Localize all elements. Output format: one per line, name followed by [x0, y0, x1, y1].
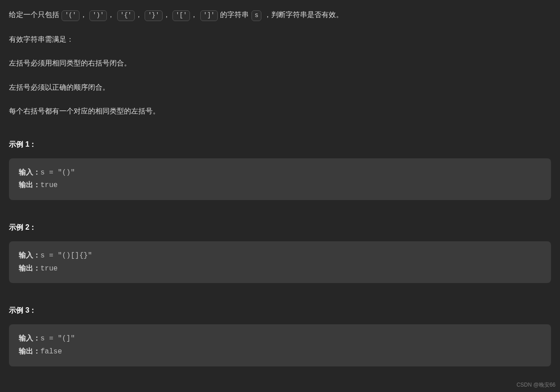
code-char-1: ')': [89, 10, 107, 21]
example-1-output-line: 输出：true: [19, 179, 541, 192]
example-2-output-line: 输出：true: [19, 262, 541, 275]
example-2-input: s = "()[]{}": [40, 252, 92, 260]
example-2-block: 输入：s = "()[]{}" 输出：true: [9, 241, 551, 283]
rule-1: 左括号必须用相同类型的右括号闭合。: [9, 57, 551, 69]
example-3: 示例 3： 输入：s = "(]" 输出：false: [9, 305, 551, 366]
rule-3: 每个右括号都有一个对应的相同类型的左括号。: [9, 105, 551, 117]
watermark: CSDN @晚安66: [516, 381, 556, 389]
sep: ，: [107, 11, 115, 18]
valid-intro: 有效字符串需满足：: [9, 34, 551, 45]
intro-mid: 的字符串: [220, 11, 251, 18]
example-2-input-line: 输入：s = "()[]{}": [19, 249, 541, 262]
example-3-title: 示例 3：: [9, 305, 551, 316]
intro-line: 给定一个只包括 '('， ')'， '{'， '}'， '['， ']' 的字符…: [9, 9, 551, 21]
example-1-input-line: 输入：s = "()": [19, 166, 541, 179]
code-char-5: ']': [200, 10, 218, 21]
code-char-0: '(': [62, 10, 79, 21]
example-1-input: s = "()": [40, 169, 75, 177]
output-label: 输出：: [19, 181, 40, 189]
example-2-title: 示例 2：: [9, 222, 551, 233]
example-3-output: false: [40, 348, 62, 356]
input-label: 输入：: [19, 169, 40, 177]
example-1: 示例 1： 输入：s = "()" 输出：true: [9, 139, 551, 200]
example-1-title: 示例 1：: [9, 139, 551, 150]
var-s: s: [251, 10, 261, 21]
sep: ，: [190, 11, 198, 18]
example-2: 示例 2： 输入：s = "()[]{}" 输出：true: [9, 222, 551, 283]
sep: ，: [135, 11, 142, 18]
example-1-block: 输入：s = "()" 输出：true: [9, 158, 551, 200]
example-3-input: s = "(]": [40, 335, 75, 343]
code-char-3: '}': [145, 10, 162, 21]
sep: ，: [163, 11, 170, 18]
code-char-2: '{': [117, 10, 135, 21]
intro-prefix: 给定一个只包括: [9, 11, 61, 18]
problem-description: 给定一个只包括 '('， ')'， '{'， '}'， '['， ']' 的字符…: [9, 9, 551, 117]
example-3-block: 输入：s = "(]" 输出：false: [9, 324, 551, 366]
sep: ，: [80, 11, 87, 18]
rule-2: 左括号必须以正确的顺序闭合。: [9, 82, 551, 93]
output-label: 输出：: [19, 265, 40, 273]
input-label: 输入：: [19, 252, 40, 260]
output-label: 输出：: [19, 348, 40, 356]
example-2-output: true: [40, 265, 57, 273]
example-3-input-line: 输入：s = "(]": [19, 332, 541, 345]
example-1-output: true: [40, 181, 57, 189]
example-3-output-line: 输出：false: [19, 345, 541, 358]
code-char-4: '[': [172, 10, 190, 21]
intro-suffix: ，判断字符串是否有效。: [262, 11, 343, 18]
input-label: 输入：: [19, 335, 40, 343]
